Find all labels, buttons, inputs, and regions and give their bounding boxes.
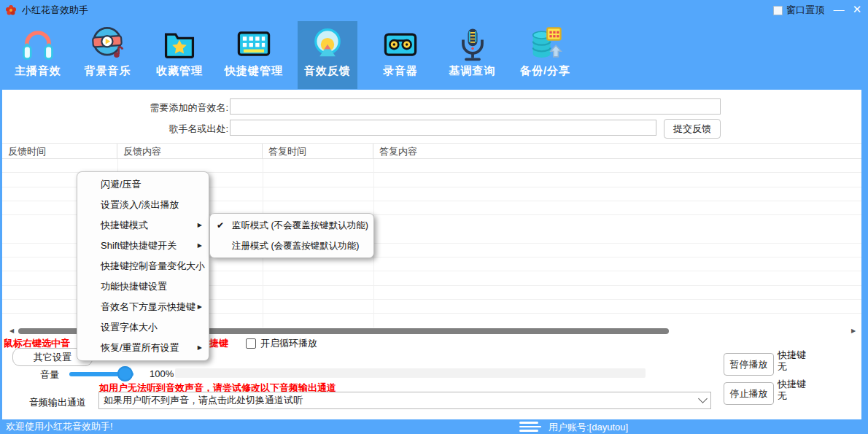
- submenu-arrow-icon: ▶: [198, 297, 202, 317]
- app-logo-flower-icon: [5, 4, 17, 16]
- artist-input[interactable]: [230, 120, 656, 136]
- hotkey-mode-submenu: ✔ 监听模式 (不会覆盖按键默认功能) 注册模式 (会覆盖按键默认功能): [209, 213, 374, 258]
- column-header-reply-time[interactable]: 答复时间: [263, 144, 373, 160]
- hotkey-caption: 快捷键: [778, 349, 806, 360]
- stop-hotkey-label: 快捷键 无: [778, 379, 806, 402]
- music-disc-icon: [89, 25, 127, 63]
- menu-item-label: 快捷键控制音量变化大小: [101, 260, 205, 271]
- hamburger-menu-icon[interactable]: [519, 422, 541, 434]
- sound-name-input[interactable]: [230, 98, 721, 115]
- close-button[interactable]: ✕: [846, 0, 868, 19]
- title-bar: 小红花音效助手 窗口置顶 — ✕: [0, 0, 868, 20]
- keyboard-icon: [235, 25, 273, 63]
- menu-item-duck-audio[interactable]: 闪避/压音: [77, 174, 209, 195]
- toolbar-label: 音效反馈: [298, 64, 357, 78]
- sound-feedback-icon: [309, 25, 346, 63]
- pause-playback-button[interactable]: 暂停播放: [724, 353, 774, 376]
- hotkey-value: 无: [778, 390, 787, 401]
- hotkey-value: 无: [778, 361, 787, 372]
- feedback-table-header: 反馈时间 反馈内容 答复时间 答复内容: [2, 143, 861, 159]
- submenu-arrow-icon: ▶: [198, 236, 202, 256]
- menu-item-label: Shift键快捷键开关: [101, 240, 177, 251]
- scroll-left-icon[interactable]: ◀: [9, 328, 14, 335]
- status-bar: 欢迎使用小红花音效助手! 用户账号:[dayutou]: [0, 419, 868, 434]
- toolbar-item-hotkey-manager[interactable]: 快捷键管理: [217, 21, 290, 89]
- main-toolbar: 主播音效 背景音乐: [0, 20, 868, 90]
- menu-item-label: 闪避/压音: [101, 179, 142, 190]
- right-click-hint-right: 捷键: [209, 337, 228, 350]
- menu-item-hotkey-mode[interactable]: 快捷键模式▶: [77, 215, 209, 236]
- sound-name-label: 需要添加的音效名:: [112, 101, 228, 115]
- scroll-right-icon[interactable]: ▶: [851, 328, 856, 335]
- submenu-item-register-mode[interactable]: 注册模式 (会覆盖按键默认功能): [210, 236, 373, 256]
- column-header-feedback-time[interactable]: 反馈时间: [2, 144, 117, 160]
- stop-playback-button[interactable]: 停止播放: [724, 382, 774, 405]
- audio-output-select[interactable]: 如果用户听不到声音，请点击此处切换通道试听: [98, 392, 711, 409]
- toolbar-item-background-music[interactable]: 背景音乐: [73, 21, 142, 89]
- menu-item-label: 功能快捷键设置: [101, 281, 167, 292]
- toolbar-item-recorder[interactable]: 录音器: [368, 21, 433, 89]
- dropdown-chevron-icon: [698, 394, 708, 403]
- toolbar-item-sound-feedback[interactable]: 音效反馈: [298, 21, 357, 89]
- toolbar-label: 录音器: [368, 64, 433, 78]
- user-account-label: 用户账号:[dayutou]: [549, 421, 628, 434]
- pause-hotkey-label: 快捷键 无: [778, 349, 806, 373]
- menu-item-shift-hotkey-toggle[interactable]: Shift键快捷键开关▶: [77, 236, 209, 256]
- toolbar-label: 收藏管理: [146, 64, 213, 78]
- pin-checkbox-box[interactable]: [773, 6, 783, 15]
- submenu-item-label: 注册模式 (会覆盖按键默认功能): [232, 241, 359, 251]
- artist-label: 歌手名或出处:: [112, 123, 228, 136]
- toolbar-label: 快捷键管理: [217, 64, 290, 78]
- folder-star-icon: [160, 25, 198, 63]
- volume-slider-thumb[interactable]: [117, 366, 133, 381]
- submit-feedback-button[interactable]: 提交反馈: [664, 119, 721, 139]
- submenu-item-listen-mode[interactable]: ✔ 监听模式 (不会覆盖按键默认功能): [210, 215, 373, 236]
- menu-item-reset-settings[interactable]: 恢复/重置所有设置▶: [77, 338, 209, 358]
- volume-label: 音量: [40, 368, 59, 381]
- toolbar-item-key-query[interactable]: 基调查询: [438, 21, 507, 89]
- microphone-icon: [454, 25, 492, 63]
- context-menu: 闪避/压音 设置淡入/淡出播放 快捷键模式▶ Shift键快捷键开关▶ 快捷键控…: [77, 171, 209, 361]
- loop-checkbox-box[interactable]: [246, 338, 256, 349]
- menu-item-label: 设置字体大小: [101, 322, 158, 333]
- menu-item-label: 恢复/重置所有设置: [101, 342, 179, 353]
- status-message: 欢迎使用小红花音效助手!: [6, 420, 113, 433]
- pin-window-checkbox[interactable]: 窗口置顶: [773, 4, 824, 17]
- menu-item-show-hotkey-under-name[interactable]: 音效名下方显示快捷键▶: [77, 297, 209, 317]
- toolbar-item-host-sounds[interactable]: 主播音效: [6, 21, 70, 89]
- toolbar-label: 备份/分享: [511, 64, 580, 78]
- toolbar-label: 主播音效: [6, 64, 70, 78]
- volume-level-bar: [175, 368, 646, 378]
- pin-checkbox-label: 窗口置顶: [786, 4, 824, 17]
- check-icon: ✔: [217, 215, 224, 236]
- loop-checkbox-label: 开启循环播放: [260, 337, 317, 350]
- headphones-icon: [19, 25, 57, 63]
- column-header-feedback-content[interactable]: 反馈内容: [117, 144, 263, 160]
- audio-output-label: 音频输出通道: [29, 396, 86, 409]
- menu-item-font-size[interactable]: 设置字体大小: [77, 317, 209, 338]
- menu-item-label: 音效名下方显示快捷键: [101, 301, 195, 312]
- loop-playback-checkbox[interactable]: 开启循环播放: [246, 337, 317, 350]
- submenu-item-label: 监听模式 (不会覆盖按键默认功能): [232, 220, 368, 230]
- hotkey-caption: 快捷键: [778, 379, 806, 390]
- toolbar-item-favorites[interactable]: 收藏管理: [146, 21, 213, 89]
- menu-item-function-hotkeys[interactable]: 功能快捷键设置: [77, 276, 209, 297]
- toolbar-label: 背景音乐: [73, 64, 142, 78]
- window-title: 小红花音效助手: [22, 4, 88, 17]
- volume-value: 100%: [150, 368, 174, 379]
- audio-output-value: 如果用户听不到声音，请点击此处切换通道试听: [104, 394, 700, 407]
- menu-item-label: 快捷键模式: [101, 220, 148, 230]
- backup-share-icon: [527, 25, 565, 63]
- menu-item-hotkey-volume-step[interactable]: 快捷键控制音量变化大小: [77, 256, 209, 276]
- column-header-reply-content[interactable]: 答复内容: [373, 144, 861, 160]
- menu-item-label: 设置淡入/淡出播放: [101, 199, 179, 210]
- app-window: 小红花音效助手 窗口置顶 — ✕ 主播音效: [0, 0, 868, 434]
- menu-item-fade-in-out[interactable]: 设置淡入/淡出播放: [77, 195, 209, 215]
- cassette-recorder-icon: [381, 25, 419, 63]
- submenu-arrow-icon: ▶: [198, 215, 202, 236]
- toolbar-item-backup-share[interactable]: 备份/分享: [511, 21, 580, 89]
- toolbar-label: 基调查询: [438, 64, 507, 78]
- submenu-arrow-icon: ▶: [198, 338, 202, 358]
